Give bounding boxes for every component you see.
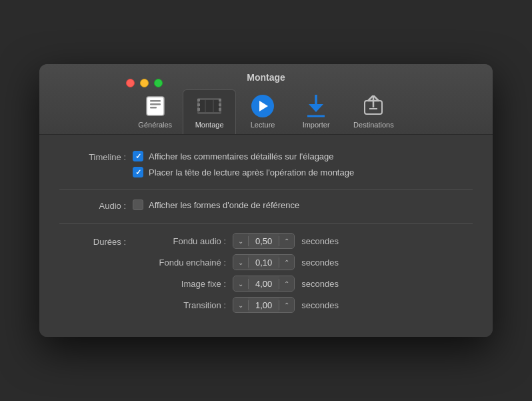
audio-checkbox-label: Afficher les formes d'onde de référence xyxy=(149,200,299,210)
stepper-0: ⌄ 0,50 ⌃ xyxy=(233,233,295,249)
audio-checkbox[interactable] xyxy=(133,199,143,210)
timeline-checkbox-1[interactable]: ✓ xyxy=(133,151,143,161)
stepper-1-up[interactable]: ⌃ xyxy=(279,254,294,270)
timeline-section: Timeline : ✓ Afficher les commentaires d… xyxy=(59,151,473,177)
timeline-checkbox-2-label: Placer la tête de lecture après l'opérat… xyxy=(149,167,354,177)
svg-marker-15 xyxy=(309,104,323,112)
close-button[interactable] xyxy=(126,79,135,87)
tab-destinations[interactable]: Destinations xyxy=(343,90,405,134)
stepper-1: ⌄ 0,10 ⌃ xyxy=(233,254,295,270)
audio-section: Audio : Afficher les formes d'onde de ré… xyxy=(59,199,473,211)
svg-rect-7 xyxy=(197,103,200,106)
durees-rows: Fondu audio : ⌄ 0,50 ⌃ secondes Fondu en… xyxy=(133,233,339,313)
tab-lecture-label: Lecture xyxy=(251,121,275,129)
divider-2 xyxy=(59,223,473,224)
title-bar: Montage Générales xyxy=(39,64,493,135)
duree-row-0: Fondu audio : ⌄ 0,50 ⌃ secondes xyxy=(133,233,339,249)
checkmark-2: ✓ xyxy=(135,168,141,177)
svg-rect-9 xyxy=(219,99,221,101)
duree-label-0: Fondu audio : xyxy=(133,236,226,246)
stepper-2-down[interactable]: ⌄ xyxy=(233,276,248,292)
stepper-0-down[interactable]: ⌄ xyxy=(233,233,248,249)
stepper-2-value: 4,00 xyxy=(248,279,279,289)
duree-unit-2: secondes xyxy=(301,279,339,289)
durees-section: Durées : Fondu audio : ⌄ 0,50 ⌃ secondes… xyxy=(59,233,473,313)
svg-rect-6 xyxy=(197,99,200,101)
duree-label-3: Transition : xyxy=(133,300,226,310)
tab-importer[interactable]: Importer xyxy=(289,90,343,134)
tab-lecture[interactable]: Lecture xyxy=(236,90,289,134)
svg-rect-0 xyxy=(147,97,164,115)
audio-label: Audio : xyxy=(59,199,126,211)
svg-rect-2 xyxy=(150,103,161,105)
svg-rect-11 xyxy=(219,108,221,111)
generales-icon xyxy=(143,94,167,118)
svg-rect-3 xyxy=(150,107,157,109)
stepper-1-down[interactable]: ⌄ xyxy=(233,254,248,270)
audio-checkbox-row: Afficher les formes d'onde de référence xyxy=(133,199,299,210)
svg-rect-1 xyxy=(150,100,161,102)
duree-unit-0: secondes xyxy=(301,236,339,246)
svg-rect-8 xyxy=(197,108,200,111)
stepper-0-up[interactable]: ⌃ xyxy=(279,233,294,249)
stepper-1-value: 0,10 xyxy=(248,258,279,268)
main-window: Montage Générales xyxy=(39,64,493,337)
timeline-label: Timeline : xyxy=(59,151,126,162)
svg-rect-10 xyxy=(219,103,221,106)
duree-row-1: Fondu enchainé : ⌄ 0,10 ⌃ secondes xyxy=(133,254,339,270)
minimize-button[interactable] xyxy=(140,79,149,87)
duree-label-1: Fondu enchainé : xyxy=(133,258,226,268)
duree-unit-3: secondes xyxy=(301,300,339,310)
tab-montage[interactable]: Montage xyxy=(183,89,236,134)
svg-rect-5 xyxy=(199,100,219,112)
importer-icon xyxy=(304,94,328,118)
durees-label: Durées : xyxy=(59,233,126,247)
window-title: Montage xyxy=(247,72,285,83)
duree-label-2: Image fixe : xyxy=(133,279,226,289)
timeline-checkbox-2[interactable]: ✓ xyxy=(133,167,143,177)
timeline-checkbox-row-2: ✓ Placer la tête de lecture après l'opér… xyxy=(133,167,354,177)
checkmark-1: ✓ xyxy=(135,152,141,161)
stepper-0-value: 0,50 xyxy=(248,236,279,246)
tab-importer-label: Importer xyxy=(303,121,330,129)
timeline-checkbox-row-1: ✓ Afficher les commentaires détaillés su… xyxy=(133,151,354,161)
destinations-icon xyxy=(361,94,385,118)
content-area: Timeline : ✓ Afficher les commentaires d… xyxy=(39,135,493,337)
stepper-3-down[interactable]: ⌄ xyxy=(233,297,248,313)
stepper-3-value: 1,00 xyxy=(248,300,279,310)
timeline-checkboxes: ✓ Afficher les commentaires détaillés su… xyxy=(133,151,354,177)
tab-destinations-label: Destinations xyxy=(353,121,394,129)
lecture-icon xyxy=(251,94,275,118)
stepper-3: ⌄ 1,00 ⌃ xyxy=(233,297,295,313)
duree-row-3: Transition : ⌄ 1,00 ⌃ secondes xyxy=(133,297,339,313)
maximize-button[interactable] xyxy=(154,79,163,87)
montage-icon xyxy=(197,94,221,118)
audio-checkboxes: Afficher les formes d'onde de référence xyxy=(133,199,299,210)
toolbar: Générales xyxy=(114,89,417,134)
stepper-2-up[interactable]: ⌃ xyxy=(279,276,294,292)
duree-unit-1: secondes xyxy=(301,258,339,268)
tab-montage-label: Montage xyxy=(195,121,224,129)
tab-generales[interactable]: Générales xyxy=(127,90,183,134)
divider-1 xyxy=(59,189,473,190)
tab-generales-label: Générales xyxy=(138,121,172,129)
traffic-lights xyxy=(126,79,163,87)
timeline-checkbox-1-label: Afficher les commentaires détaillés sur … xyxy=(149,151,334,161)
stepper-3-up[interactable]: ⌃ xyxy=(279,297,294,313)
stepper-2: ⌄ 4,00 ⌃ xyxy=(233,276,295,292)
duree-row-2: Image fixe : ⌄ 4,00 ⌃ secondes xyxy=(133,276,339,292)
